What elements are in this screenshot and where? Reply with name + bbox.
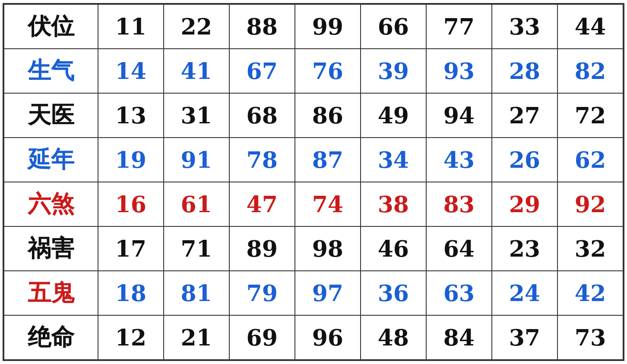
table-cell: 86 <box>295 93 361 138</box>
table-cell: 26 <box>492 138 557 182</box>
table-row: 绝命1221699648843773 <box>4 315 623 360</box>
table-row: 延年1991788734432662 <box>4 138 623 182</box>
table-cell: 68 <box>229 93 295 138</box>
data-table: 伏位1122889966773344生气1441677639932882天医13… <box>3 4 624 360</box>
table-cell: 63 <box>426 271 492 315</box>
table-cell: 66 <box>361 4 426 49</box>
table-cell: 93 <box>426 49 492 93</box>
table-cell: 41 <box>164 49 229 93</box>
table-cell: 44 <box>557 4 623 49</box>
table-cell: 74 <box>295 182 361 226</box>
table-cell: 14 <box>98 49 164 93</box>
table-cell: 22 <box>164 4 229 49</box>
table-cell: 31 <box>164 93 229 138</box>
table-row: 天医1331688649942772 <box>4 93 623 138</box>
row-label: 生气 <box>4 49 98 93</box>
table-cell: 62 <box>557 138 623 182</box>
table-cell: 29 <box>492 182 557 226</box>
table-cell: 73 <box>557 315 623 360</box>
table-cell: 36 <box>361 271 426 315</box>
table-cell: 78 <box>229 138 295 182</box>
table-cell: 98 <box>295 226 361 271</box>
row-label: 六煞 <box>4 182 98 226</box>
table-cell: 24 <box>492 271 557 315</box>
table-cell: 97 <box>295 271 361 315</box>
table-cell: 91 <box>164 138 229 182</box>
table-cell: 84 <box>426 315 492 360</box>
table-cell: 19 <box>98 138 164 182</box>
table-cell: 81 <box>164 271 229 315</box>
table-cell: 83 <box>426 182 492 226</box>
table-cell: 92 <box>557 182 623 226</box>
table-cell: 71 <box>164 226 229 271</box>
table-row: 伏位1122889966773344 <box>4 4 623 49</box>
table-cell: 21 <box>164 315 229 360</box>
table-cell: 77 <box>426 4 492 49</box>
table-cell: 47 <box>229 182 295 226</box>
table-row: 祸害1771899846642332 <box>4 226 623 271</box>
table-cell: 39 <box>361 49 426 93</box>
table-cell: 72 <box>557 93 623 138</box>
table-row: 生气1441677639932882 <box>4 49 623 93</box>
table-cell: 46 <box>361 226 426 271</box>
table-row: 六煞1661477438832992 <box>4 182 623 226</box>
table-cell: 67 <box>229 49 295 93</box>
main-table-container: 伏位1122889966773344生气1441677639932882天医13… <box>3 3 624 361</box>
table-cell: 38 <box>361 182 426 226</box>
row-label: 天医 <box>4 93 98 138</box>
table-cell: 43 <box>426 138 492 182</box>
table-cell: 99 <box>295 4 361 49</box>
row-label: 延年 <box>4 138 98 182</box>
table-cell: 18 <box>98 271 164 315</box>
table-cell: 12 <box>98 315 164 360</box>
table-cell: 49 <box>361 93 426 138</box>
table-cell: 89 <box>229 226 295 271</box>
table-cell: 64 <box>426 226 492 271</box>
table-cell: 28 <box>492 49 557 93</box>
table-cell: 13 <box>98 93 164 138</box>
table-row: 五鬼1881799736632442 <box>4 271 623 315</box>
row-label: 五鬼 <box>4 271 98 315</box>
table-cell: 96 <box>295 315 361 360</box>
table-cell: 82 <box>557 49 623 93</box>
table-cell: 79 <box>229 271 295 315</box>
table-cell: 32 <box>557 226 623 271</box>
table-cell: 69 <box>229 315 295 360</box>
table-cell: 87 <box>295 138 361 182</box>
table-cell: 76 <box>295 49 361 93</box>
table-cell: 34 <box>361 138 426 182</box>
table-cell: 88 <box>229 4 295 49</box>
table-cell: 17 <box>98 226 164 271</box>
table-cell: 61 <box>164 182 229 226</box>
table-cell: 23 <box>492 226 557 271</box>
row-label: 绝命 <box>4 315 98 360</box>
table-cell: 33 <box>492 4 557 49</box>
table-cell: 37 <box>492 315 557 360</box>
table-cell: 11 <box>98 4 164 49</box>
table-cell: 94 <box>426 93 492 138</box>
table-cell: 16 <box>98 182 164 226</box>
table-cell: 42 <box>557 271 623 315</box>
table-cell: 48 <box>361 315 426 360</box>
row-label: 伏位 <box>4 4 98 49</box>
row-label: 祸害 <box>4 226 98 271</box>
table-cell: 27 <box>492 93 557 138</box>
